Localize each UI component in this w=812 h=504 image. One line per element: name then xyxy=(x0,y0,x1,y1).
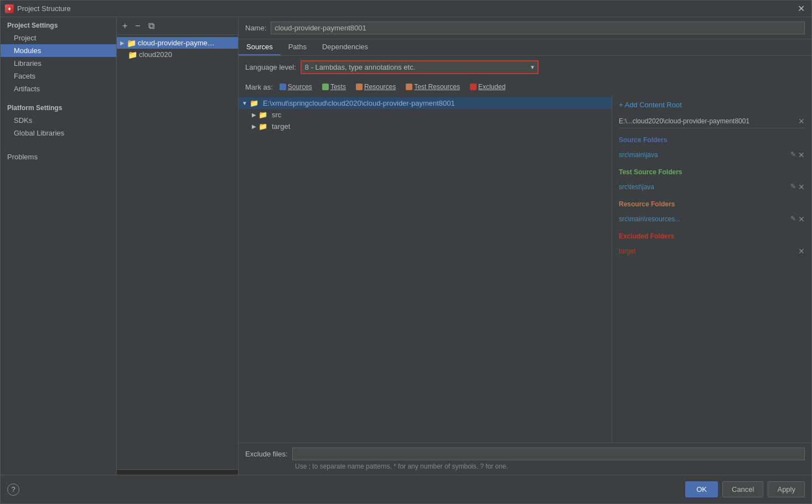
resources-color-dot xyxy=(356,84,363,90)
project-settings-header: Project Settings xyxy=(1,17,116,32)
mark-as-test-resources-button[interactable]: Test Resources xyxy=(402,82,463,92)
horizontal-scrollbar[interactable] xyxy=(117,469,238,475)
name-input[interactable] xyxy=(271,22,805,34)
copy-module-button[interactable]: ⧉ xyxy=(146,20,157,32)
tree-root-item[interactable]: ▼ 📁 E:\xmut\springcloud\cloud2020\cloud-… xyxy=(239,97,612,109)
sidebar-item-modules[interactable]: Modules xyxy=(1,44,116,57)
remove-content-root-button[interactable]: ✕ xyxy=(798,117,805,126)
tab-sources[interactable]: Sources xyxy=(239,39,281,55)
source-folders-label: Source Folders xyxy=(619,136,805,144)
remove-test-source-folder-button[interactable]: ✕ xyxy=(798,183,805,191)
sidebar: Project Settings Project Modules Librari… xyxy=(1,17,117,475)
edit-resource-folder-button[interactable]: ✎ xyxy=(790,215,796,224)
mark-as-label: Mark as: xyxy=(245,83,273,91)
expand-arrow-icon: ▼ xyxy=(242,100,247,106)
source-folder-row: src\main\java ✎ ✕ xyxy=(619,149,805,160)
language-level-label: Language level: xyxy=(245,63,296,71)
resource-folder-path: src\main\resources... xyxy=(619,215,680,223)
add-content-root-button[interactable]: + Add Content Root xyxy=(619,101,805,109)
resource-folders-label: Resource Folders xyxy=(619,200,805,208)
help-button[interactable]: ? xyxy=(7,484,19,496)
expand-arrow-icon: ▶ xyxy=(252,123,256,129)
source-folder-actions: ✎ ✕ xyxy=(790,150,805,159)
language-level-select-wrapper: 8 - Lambdas, type annotations etc.11 - L… xyxy=(301,60,539,74)
language-level-select[interactable]: 8 - Lambdas, type annotations etc.11 - L… xyxy=(301,60,539,74)
module-folder-icon-gray: 📁 xyxy=(128,51,137,59)
tree-label-src: src xyxy=(272,111,281,119)
test-resources-color-dot xyxy=(406,84,412,90)
test-source-folder-path: src\test\java xyxy=(619,183,654,191)
tree-item-target[interactable]: ▶ 📁 target xyxy=(239,121,612,132)
cancel-button[interactable]: Cancel xyxy=(722,481,763,497)
sources-tab-content: Language level: 8 - Lambdas, type annota… xyxy=(239,56,811,475)
exclude-files-label: Exclude files: xyxy=(245,450,288,458)
expand-arrow-icon: ▶ xyxy=(120,40,125,46)
remove-excluded-folder-button[interactable]: ✕ xyxy=(798,247,805,256)
module-tree: ▶ 📁 cloud-provider-payment8001 📁 cloud20… xyxy=(117,35,238,469)
content-root-path: E:\...cloud2020\cloud-provider-payment80… xyxy=(619,115,805,128)
test-source-folders-label: Test Source Folders xyxy=(619,168,805,176)
sidebar-item-global-libraries[interactable]: Global Libraries xyxy=(1,127,116,139)
sidebar-item-sdks[interactable]: SDKs xyxy=(1,114,116,127)
source-folder-path: src\main\java xyxy=(619,151,658,159)
main-panel: Name: Sources Paths Dependencies xyxy=(239,17,811,475)
module-panel: + − ⧉ ▶ 📁 cloud-provider-payment8001 📁 c… xyxy=(117,17,239,475)
name-label: Name: xyxy=(245,24,266,32)
remove-module-button[interactable]: − xyxy=(133,20,142,32)
exclude-files-row: Exclude files: xyxy=(245,448,805,460)
excluded-color-dot xyxy=(470,84,477,90)
excluded-folders-label: Excluded Folders xyxy=(619,232,805,240)
add-module-button[interactable]: + xyxy=(120,20,130,32)
sources-color-dot xyxy=(280,84,286,90)
ok-button[interactable]: OK xyxy=(685,481,718,497)
tab-dependencies[interactable]: Dependencies xyxy=(314,39,376,55)
expand-arrow-icon: ▶ xyxy=(252,112,256,118)
folder-icon-target: 📁 xyxy=(258,122,267,131)
module-toolbar: + − ⧉ xyxy=(117,17,238,35)
mark-as-tests-button[interactable]: Tests xyxy=(319,82,349,92)
tree-label-target: target xyxy=(272,122,290,131)
project-structure-window: ♦ Project Structure ✕ Project Settings P… xyxy=(0,0,812,504)
tree-item-src[interactable]: ▶ 📁 src xyxy=(239,109,612,121)
folder-icon-src: 📁 xyxy=(258,111,267,119)
excluded-folder-row: target ✕ xyxy=(619,246,805,257)
mark-as-resources-button[interactable]: Resources xyxy=(353,82,399,92)
bottom-bar: ? OK Cancel Apply xyxy=(1,475,811,503)
exclude-files-section: Exclude files: Use ; to separate name pa… xyxy=(239,443,811,475)
sidebar-item-project[interactable]: Project xyxy=(1,32,116,44)
excluded-folder-path: target xyxy=(619,247,636,255)
sources-right-panel: + Add Content Root E:\...cloud2020\cloud… xyxy=(612,95,811,443)
close-button[interactable]: ✕ xyxy=(795,3,807,14)
title-bar: ♦ Project Structure ✕ xyxy=(1,1,811,17)
tab-paths[interactable]: Paths xyxy=(281,39,314,55)
edit-test-source-folder-button[interactable]: ✎ xyxy=(790,183,796,191)
platform-settings-header: Platform Settings xyxy=(1,100,116,114)
exclude-files-input[interactable] xyxy=(292,448,805,460)
sidebar-item-artifacts[interactable]: Artifacts xyxy=(1,82,116,95)
mark-as-excluded-button[interactable]: Excluded xyxy=(467,82,509,92)
edit-source-folder-button[interactable]: ✎ xyxy=(790,150,796,159)
module-folder-icon: 📁 xyxy=(127,39,136,47)
remove-source-folder-button[interactable]: ✕ xyxy=(798,150,805,159)
tab-content: Language level: 8 - Lambdas, type annota… xyxy=(239,56,811,475)
module-name-payment8001: cloud-provider-payment8001 xyxy=(138,39,215,47)
tree-item-payment8001[interactable]: ▶ 📁 cloud-provider-payment8001 xyxy=(117,37,238,49)
resource-folder-row: src\main\resources... ✎ ✕ xyxy=(619,214,805,225)
sidebar-item-libraries[interactable]: Libraries xyxy=(1,57,116,70)
sidebar-item-facets[interactable]: Facets xyxy=(1,70,116,82)
test-source-folder-row: src\test\java ✎ ✕ xyxy=(619,181,805,193)
folder-icon: 📁 xyxy=(250,99,258,107)
sources-split: ▼ 📁 E:\xmut\springcloud\cloud2020\cloud-… xyxy=(239,95,811,443)
mark-as-sources-button[interactable]: Sources xyxy=(276,82,316,92)
sidebar-item-problems[interactable]: Problems xyxy=(1,150,116,163)
resource-folder-actions: ✎ ✕ xyxy=(790,215,805,224)
exclude-files-hint: Use ; to separate name patterns, * for a… xyxy=(245,463,805,470)
apply-button[interactable]: Apply xyxy=(768,481,805,497)
tree-root-label: E:\xmut\springcloud\cloud2020\cloud-prov… xyxy=(263,99,455,107)
app-icon: ♦ xyxy=(5,4,14,13)
test-source-folder-actions: ✎ ✕ xyxy=(790,183,805,191)
tree-item-cloud2020[interactable]: 📁 cloud2020 xyxy=(117,49,238,60)
sources-tree: ▼ 📁 E:\xmut\springcloud\cloud2020\cloud-… xyxy=(239,95,612,443)
remove-resource-folder-button[interactable]: ✕ xyxy=(798,215,805,224)
main-content: Project Settings Project Modules Librari… xyxy=(1,17,811,475)
